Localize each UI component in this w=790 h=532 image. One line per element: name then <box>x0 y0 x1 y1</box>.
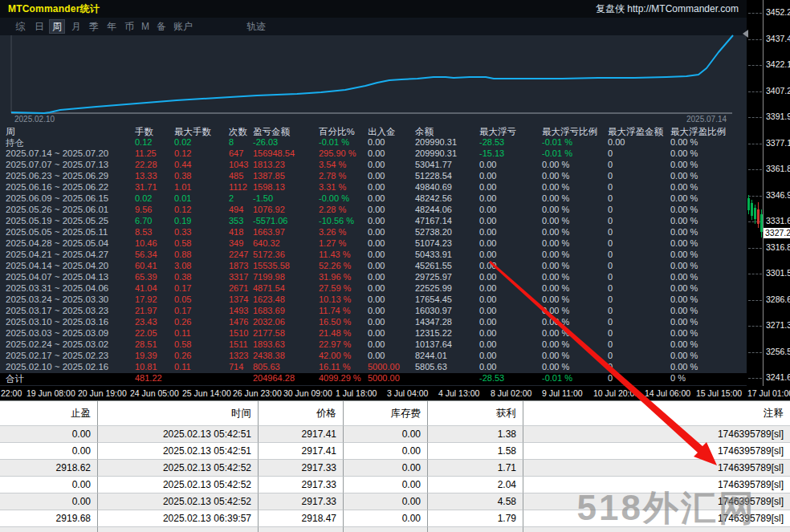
time-axis-label: 4 Jul 13:00 <box>438 388 479 398</box>
stats-cell: 0.00 % <box>542 227 569 237</box>
price-label: 3437.4 <box>766 34 790 43</box>
stats-cell: 0 % <box>670 373 686 383</box>
trades-cell: 0.00 <box>0 426 98 443</box>
menu-item-周[interactable]: 周 <box>50 20 64 33</box>
menu-item-M[interactable]: M <box>139 20 152 33</box>
stats-cell: 0.88 <box>174 250 191 259</box>
menu-item-轨迹[interactable]: 轨迹 <box>244 20 268 33</box>
stats-cell: 21.97 <box>135 306 157 315</box>
stats-cell: 52738.20 <box>415 227 452 237</box>
price-tick <box>748 326 762 327</box>
trades-cell: 2.04 <box>428 477 523 493</box>
price-label: 3361.8 <box>766 164 790 173</box>
stats-cell: 485 <box>229 171 243 181</box>
time-axis-label: 3 Jul 04:00 <box>387 388 428 398</box>
trades-row[interactable]: 0.002025.02.13 05:42:512917.410.001.3817… <box>0 426 790 443</box>
time-axis-label: 8 Jul 02:00 <box>491 388 531 398</box>
stats-cell: 4871.54 <box>253 283 285 293</box>
menu-item-年[interactable]: 年 <box>104 20 119 33</box>
stats-cell: 0.33 <box>174 227 191 237</box>
stats-period-label: 2025.05.19 ~ 2025.05.25 <box>6 216 108 225</box>
stats-row: 2025.02.17 ~ 2025.02.2319.390.2613232438… <box>0 351 747 362</box>
trades-cell: 0.00 <box>344 426 428 443</box>
stats-cell: 0.00 % <box>670 137 698 147</box>
menu-item-月[interactable]: 月 <box>69 20 83 33</box>
price-tick <box>748 91 762 92</box>
stats-period-label: 2025.02.10 ~ 2025.02.16 <box>6 362 108 372</box>
brand-link[interactable]: 复盘侠 http://MTCommander.com <box>596 2 739 16</box>
stats-period-label: 2025.03.24 ~ 2025.03.30 <box>6 294 108 304</box>
stats-cell: 0.00 % <box>542 171 569 181</box>
panel-resize-handle[interactable] <box>743 30 748 38</box>
stats-cell: 21.48 % <box>319 328 351 338</box>
stats-cell: 0.12 <box>174 148 191 158</box>
stats-row: 2025.06.16 ~ 2025.06.2231.711.0111121598… <box>0 182 747 193</box>
stats-cell: 0.00 % <box>542 238 569 248</box>
stats-cell: 0.00 % <box>670 250 698 259</box>
stats-cell: 0.00 <box>479 328 496 338</box>
stats-cell: 4099.29 % <box>319 373 361 383</box>
stats-period-label: 2025.06.16 ~ 2025.06.22 <box>6 182 108 192</box>
stats-cell: 0.00 <box>368 294 385 304</box>
stats-cell: -0.00 % <box>319 193 349 203</box>
stats-row: 2025.04.07 ~ 2025.04.1365.390.3833177199… <box>0 272 747 283</box>
stats-cell: 5805.63 <box>415 362 447 372</box>
stats-row: 2025.02.24 ~ 2025.03.0228.510.5815111893… <box>0 339 747 351</box>
stats-cell: 0.00 % <box>542 272 569 282</box>
trades-row[interactable]: 0.002025.02.13 05:42:512917.410.001.5817… <box>0 443 790 460</box>
menu-item-日[interactable]: 日 <box>32 20 47 33</box>
trades-cell: 2025.02.13 05:42:52 <box>98 493 259 510</box>
time-axis-label: 15 Jul 15:00 <box>696 388 742 398</box>
trades-cell: 0.00 <box>0 477 98 493</box>
stats-cell: 0 <box>608 227 613 237</box>
stats-cell: 0 <box>608 373 613 383</box>
stats-period-label: 2025.06.09 ~ 2025.06.15 <box>6 193 108 203</box>
trades-cell: 2917.41 <box>259 426 344 443</box>
time-axis-label: 25 Jun 14:00 <box>182 388 231 398</box>
price-label: 3301.5 <box>766 268 790 278</box>
candle-body <box>751 203 753 216</box>
trades-cell: 2025.02.13 06:39:57 <box>98 510 259 527</box>
stats-cell: 0.00 <box>479 317 496 327</box>
trades-cell: 2025.02.13 05:42:51 <box>98 443 259 460</box>
menu-item-账户[interactable]: 账户 <box>171 20 195 33</box>
current-price-tag: 3327.2 <box>764 228 790 238</box>
stats-row: 2025.03.03 ~ 2025.03.0922.050.1115102177… <box>0 328 747 339</box>
stats-cell: 22525.99 <box>415 283 452 293</box>
menu-item-币[interactable]: 币 <box>122 20 136 33</box>
trades-row[interactable]: 2918.622025.02.13 05:42:522917.330.001.7… <box>0 460 790 477</box>
candle-body <box>754 208 756 219</box>
stats-cell: 49840.69 <box>415 182 452 192</box>
stats-cell: 3317 <box>229 272 248 282</box>
stats-cell: 0.00 % <box>670 171 698 181</box>
time-axis-label: 26 Jun 23:00 <box>233 388 282 398</box>
stats-cell: 0.00 <box>479 261 496 270</box>
stats-cell: 0.00 % <box>542 351 569 360</box>
stats-cell: 0.00 % <box>542 205 569 214</box>
stats-cell: 0 <box>608 171 613 181</box>
trades-cell: 1.58 <box>428 443 523 460</box>
chart-start-date: 2025.02.10 <box>14 115 55 124</box>
price-label: 3377.1 <box>766 138 790 148</box>
stats-cell: 11.25 <box>135 148 157 158</box>
stats-col-header: 最大浮亏比例 <box>542 126 597 138</box>
stats-col-header: 最大浮盈金额 <box>608 126 663 138</box>
trades-col-header: 止盈 <box>0 401 98 426</box>
menu-item-综[interactable]: 综 <box>13 20 27 33</box>
stats-period-label: 2025.04.21 ~ 2025.04.27 <box>6 250 108 259</box>
stats-cell: 1.01 <box>174 182 191 192</box>
time-axis-label: 10 Jul 20:00 <box>593 388 639 398</box>
stats-cell: 23.43 <box>135 317 157 327</box>
stats-period-label: 2025.02.24 ~ 2025.03.02 <box>6 339 108 349</box>
menu-item-季[interactable]: 季 <box>87 20 101 33</box>
time-axis-label: 22:00 <box>1 388 22 398</box>
stats-row: 2025.06.09 ~ 2025.06.150.020.012-1.50-0.… <box>0 193 747 205</box>
stats-cell: 1493 <box>229 306 248 315</box>
menu-item-备[interactable]: 备 <box>154 20 169 33</box>
stats-cell: 6.70 <box>135 216 152 225</box>
stats-period-label: 2025.05.05 ~ 2025.05.11 <box>6 227 108 237</box>
stats-cell: 0.00 % <box>670 227 698 237</box>
stats-cell: 0.00 % <box>542 294 569 304</box>
stats-col-header: 手数 <box>135 126 153 138</box>
stats-cell: 17654.45 <box>415 294 452 304</box>
